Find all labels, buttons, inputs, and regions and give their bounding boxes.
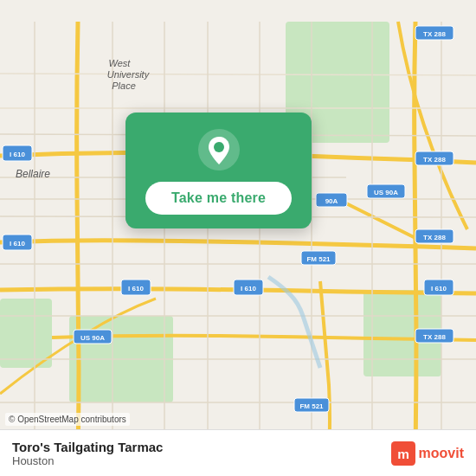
moovit-icon: m <box>391 441 415 466</box>
map-container: I 610 I 610 I 610 I 610 I 610 TX 288 TX … <box>0 0 476 476</box>
svg-text:m: m <box>397 447 409 461</box>
svg-text:TX 288: TX 288 <box>423 234 446 241</box>
take-me-there-button[interactable]: Take me there <box>145 182 292 215</box>
location-info: Toro's Tailgating Tarmac Houston <box>12 440 163 467</box>
svg-text:I 610: I 610 <box>10 240 25 248</box>
map-background: I 610 I 610 I 610 I 610 I 610 TX 288 TX … <box>0 0 476 476</box>
svg-text:Bellaire: Bellaire <box>16 168 50 180</box>
location-city: Houston <box>12 454 163 467</box>
svg-text:90A: 90A <box>325 197 338 205</box>
navigation-card: Take me there <box>125 113 312 228</box>
svg-point-56 <box>214 142 224 152</box>
svg-text:FM 521: FM 521 <box>299 402 324 410</box>
moovit-text: moovit <box>419 446 464 461</box>
svg-text:I 610: I 610 <box>431 285 447 293</box>
bottom-bar: Toro's Tailgating Tarmac Houston m moovi… <box>0 429 476 476</box>
location-pin-icon <box>197 128 241 171</box>
svg-text:I 610: I 610 <box>10 151 25 158</box>
svg-text:I 610: I 610 <box>128 285 144 293</box>
svg-text:TX 288: TX 288 <box>423 333 446 341</box>
svg-text:US 90A: US 90A <box>374 189 398 196</box>
svg-rect-4 <box>0 299 52 368</box>
osm-credit: © OpenStreetMap contributors <box>5 413 130 426</box>
location-name: Toro's Tailgating Tarmac <box>12 440 163 454</box>
svg-text:I 610: I 610 <box>241 285 256 293</box>
moovit-logo: m moovit <box>391 441 464 466</box>
svg-text:TX 288: TX 288 <box>423 30 446 38</box>
svg-text:Place: Place <box>112 80 136 91</box>
svg-text:University: University <box>107 69 151 80</box>
svg-text:US 90A: US 90A <box>80 334 105 342</box>
svg-text:TX 288: TX 288 <box>423 156 446 164</box>
svg-text:FM 521: FM 521 <box>306 255 331 263</box>
svg-text:West: West <box>109 58 132 68</box>
